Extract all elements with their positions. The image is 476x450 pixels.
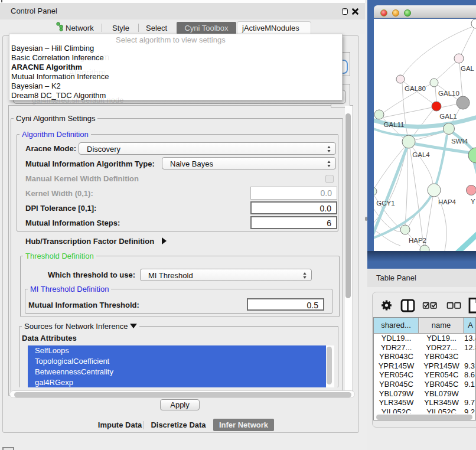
svg-text:HAP2: HAP2 (409, 237, 426, 244)
svg-text:GAL4: GAL4 (412, 151, 430, 158)
svg-text:SWI4: SWI4 (451, 138, 468, 145)
svg-text:GAL80: GAL80 (405, 85, 426, 92)
svg-text:GAL11: GAL11 (384, 121, 405, 128)
svg-text:GCY1: GCY1 (376, 200, 395, 207)
svg-text:Y: Y (471, 198, 475, 205)
svg-text:HAP4: HAP4 (438, 198, 457, 206)
svg-text:GAL1: GAL1 (439, 113, 457, 120)
svg-text:GAL: GAL (461, 65, 475, 72)
svg-text:GAL10: GAL10 (438, 90, 459, 97)
